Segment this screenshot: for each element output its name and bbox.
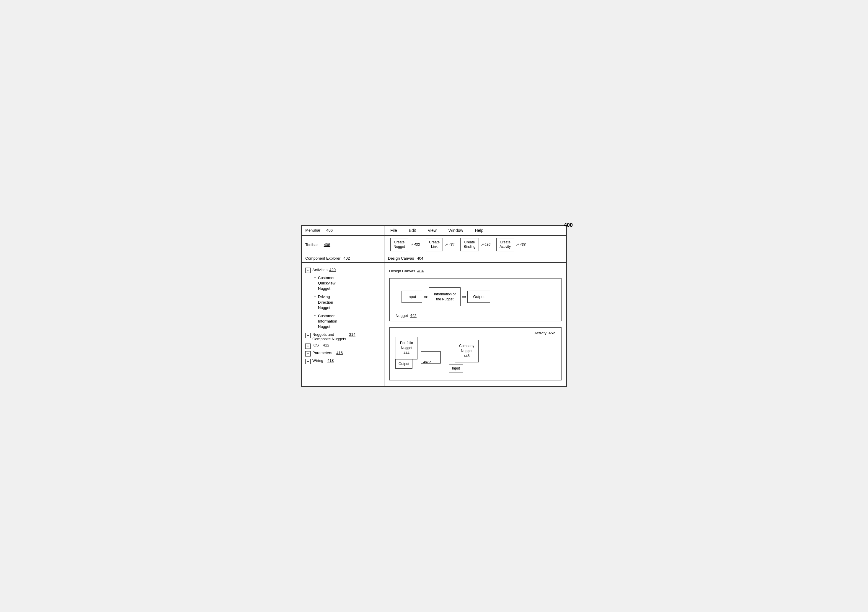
application-frame: Menubar 406 File Edit View Window Help T…	[301, 225, 567, 387]
nuggets-ref: 314	[349, 332, 355, 337]
create-activity-button[interactable]: CreateActivity	[496, 238, 514, 252]
wiring-expand-icon[interactable]: +	[305, 359, 311, 364]
nugget-442-arrow-1: ⇒	[422, 294, 429, 300]
activity-452-container: Activity 452 PortfolioNugget444 Output	[389, 327, 561, 381]
toolbar-row: Toolbar 408 CreateNugget ↗ 432 CreateLin…	[302, 236, 566, 254]
menubar-left-panel: Menubar 406	[302, 226, 384, 235]
activities-label: Activities	[312, 267, 327, 272]
parameters-label: Parameters	[312, 351, 332, 355]
nugget-442-output-box: Output	[467, 290, 490, 303]
create-nugget-group: CreateNugget ↗ 432	[390, 238, 420, 252]
activity-child-2: ↑ DrivingDirectionNugget	[313, 294, 380, 311]
nugget-442-input-box: Input	[401, 290, 422, 303]
wiring-label: Wiring	[312, 358, 323, 363]
create-nugget-ref: ↗ 432	[410, 242, 420, 247]
parameters-item: + Parameters 416	[305, 351, 380, 357]
menu-file[interactable]: File	[390, 228, 397, 233]
nugget-442-arrow-2: ⇒	[460, 294, 467, 300]
company-nugget-box: CompanyNugget446	[455, 340, 479, 362]
explorer-canvas-header-row: Component Explorer 402 Design Canvas 404	[302, 254, 566, 263]
activity-child-label-2: DrivingDirectionNugget	[318, 294, 333, 311]
ics-label: ICS	[312, 343, 319, 347]
menu-help[interactable]: Help	[475, 228, 484, 233]
portfolio-group: PortfolioNugget444 Output	[395, 337, 417, 368]
menu-view[interactable]: View	[428, 228, 437, 233]
component-explorer-header: Component Explorer 402	[302, 254, 384, 262]
activity-children: ↑ CustomerQuickviewNugget ↑ DrivingDirec…	[305, 275, 380, 329]
create-activity-group: CreateActivity ↗ 438	[496, 238, 525, 252]
ics-expand-icon[interactable]: +	[305, 343, 311, 349]
canvas-area: Design Canvas 404 Input ⇒ Information of…	[384, 263, 566, 387]
company-group: CompanyNugget446 Input	[449, 340, 479, 372]
create-nugget-button[interactable]: CreateNugget	[390, 238, 408, 252]
activity-child-label-3: CustomerInformationNugget	[318, 314, 337, 329]
design-canvas-header: Design Canvas 404	[384, 254, 566, 262]
create-activity-ref: ↗ 438	[516, 242, 525, 247]
arrow-icon-2: ↑	[313, 294, 316, 300]
toolbar-ref: 408	[324, 242, 330, 247]
page-number: 400	[564, 222, 573, 228]
company-input-box: Input	[449, 364, 463, 373]
canvas-inner-label: Design Canvas 404	[389, 269, 561, 273]
connector-area: 462↗	[417, 348, 446, 364]
sidebar-panel: - Activities 420 ↑ CustomerQuickviewNugg…	[302, 263, 384, 387]
activity-child-3: ↑ CustomerInformationNugget	[313, 314, 380, 329]
create-link-button[interactable]: CreateLink	[426, 238, 443, 252]
activity-child-1: ↑ CustomerQuickviewNugget	[313, 275, 380, 292]
activity-452-label: Activity 452	[535, 331, 555, 335]
wiring-ref: 418	[327, 358, 334, 363]
activities-collapse-icon[interactable]: -	[305, 267, 311, 273]
activities-ref: 420	[329, 267, 336, 272]
activity-child-label-1: CustomerQuickviewNugget	[318, 275, 335, 292]
menubar-label: Menubar	[305, 228, 320, 233]
portfolio-output-group: Output	[395, 359, 412, 369]
wiring-item: + Wiring 418	[305, 358, 380, 364]
create-binding-ref: ↗ 436	[480, 242, 490, 247]
menubar-row: Menubar 406 File Edit View Window Help	[302, 226, 566, 236]
menu-area: File Edit View Window Help	[384, 226, 566, 235]
arrow-icon-3: ↑	[313, 314, 316, 319]
nuggets-item: + Nuggets andComposite Nuggets 314	[305, 332, 380, 341]
nuggets-expand-icon[interactable]: +	[305, 333, 311, 338]
create-link-ref: ↗ 434	[445, 242, 454, 247]
component-explorer-ref: 402	[343, 256, 350, 261]
menubar-ref: 406	[326, 228, 333, 233]
create-link-group: CreateLink ↗ 434	[426, 238, 454, 252]
activities-header: - Activities 420	[305, 267, 380, 273]
create-binding-button[interactable]: CreateBinding	[460, 238, 479, 252]
page-wrapper: 400 Menubar 406 File Edit View Window He…	[301, 225, 567, 387]
main-row: - Activities 420 ↑ CustomerQuickviewNugg…	[302, 263, 566, 387]
toolbar-label: Toolbar	[305, 242, 318, 247]
portfolio-nugget-box: PortfolioNugget444	[395, 337, 417, 359]
nugget-442-label: Nugget 442	[395, 314, 417, 318]
design-canvas-header-ref: 404	[417, 256, 423, 261]
component-explorer-label: Component Explorer	[305, 256, 340, 261]
ics-item: + ICS 412	[305, 343, 380, 349]
activities-section: - Activities 420 ↑ CustomerQuickviewNugg…	[305, 267, 380, 329]
ics-ref: 412	[323, 343, 330, 347]
toolbar-area: CreateNugget ↗ 432 CreateLink ↗ 434 Crea…	[384, 236, 566, 254]
portfolio-output-box: Output	[395, 359, 412, 369]
toolbar-left-panel: Toolbar 408	[302, 236, 384, 254]
design-canvas-header-label: Design Canvas	[388, 256, 414, 261]
menu-edit[interactable]: Edit	[409, 228, 416, 233]
create-binding-group: CreateBinding ↗ 436	[460, 238, 490, 252]
parameters-ref: 416	[336, 351, 343, 355]
arrow-icon-1: ↑	[313, 275, 316, 281]
parameters-expand-icon[interactable]: +	[305, 351, 311, 357]
nugget-442-center-box: Information ofthe Nugget	[429, 287, 460, 306]
menu-window[interactable]: Window	[448, 228, 463, 233]
activity-452-diagram: PortfolioNugget444 Output	[395, 337, 555, 372]
nugget-442-container: Input ⇒ Information ofthe Nugget ⇒ Outpu…	[389, 278, 561, 322]
nugget-442-diagram: Input ⇒ Information ofthe Nugget ⇒ Outpu…	[401, 287, 549, 306]
nuggets-label: Nuggets andComposite Nuggets	[312, 332, 346, 341]
output-ref-label: 462↗	[423, 360, 431, 364]
